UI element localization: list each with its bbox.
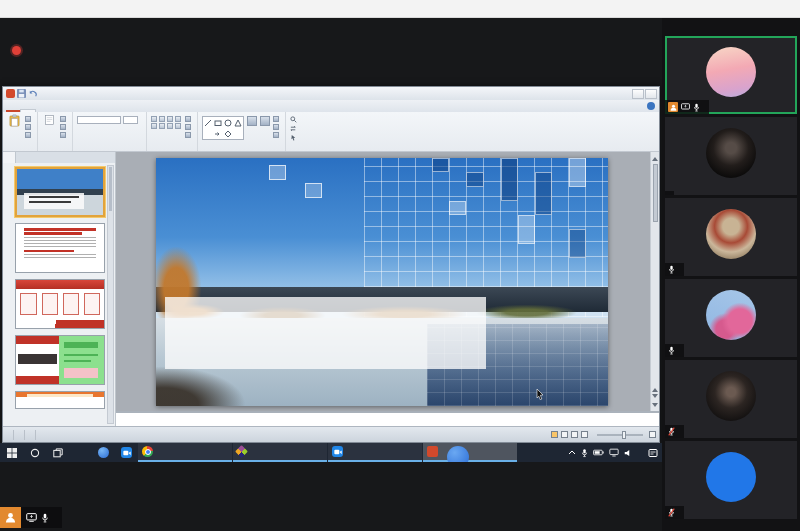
zoom-slider[interactable] xyxy=(597,434,643,436)
paste-button[interactable] xyxy=(7,114,22,128)
participant-tile[interactable] xyxy=(665,441,797,519)
pinned-app-button[interactable] xyxy=(92,443,115,462)
avatar xyxy=(706,290,756,340)
section-button[interactable] xyxy=(60,132,68,138)
zoom-slider-thumb[interactable] xyxy=(622,431,626,439)
slide-thumbnail-2[interactable] xyxy=(5,223,105,273)
replace-button[interactable] xyxy=(290,125,299,132)
taskbar-app-centos[interactable] xyxy=(233,443,327,462)
smartart-button[interactable] xyxy=(185,132,193,138)
slide-thumbnail-4[interactable] xyxy=(5,335,105,385)
align-text-button[interactable] xyxy=(185,124,193,130)
ppt-maximize-icon[interactable] xyxy=(632,89,644,99)
scroll-down-icon[interactable] xyxy=(652,403,658,410)
floating-ball[interactable] xyxy=(447,446,469,462)
font-size-box[interactable] xyxy=(123,116,138,124)
save-icon[interactable] xyxy=(17,89,26,98)
hidden-icons-chevron-icon[interactable] xyxy=(568,450,576,455)
scroll-up-icon[interactable] xyxy=(652,154,658,161)
scrollbar-thumb[interactable] xyxy=(653,164,658,222)
decor xyxy=(535,172,552,215)
panel-scrollbar[interactable] xyxy=(107,165,114,424)
taskbar-app-meeting[interactable] xyxy=(328,443,422,462)
ribbon-group-editing xyxy=(286,112,303,151)
slide-scrollbar[interactable] xyxy=(650,152,659,411)
slide-thumbnail-5[interactable] xyxy=(5,391,105,409)
previous-slide-icon[interactable] xyxy=(652,385,658,392)
thumb-image-3[interactable] xyxy=(15,279,105,329)
cut-button[interactable] xyxy=(25,116,33,122)
undo-icon[interactable] xyxy=(28,90,37,98)
start-button[interactable] xyxy=(0,443,23,462)
select-button[interactable] xyxy=(290,134,299,141)
taskbar-app-chrome[interactable] xyxy=(138,443,232,462)
meeting-pinned-button[interactable] xyxy=(115,443,138,462)
slide-sorter-view-icon[interactable] xyxy=(561,431,568,438)
thumb-image-5[interactable] xyxy=(15,391,105,409)
decor xyxy=(64,360,90,362)
reading-view-icon[interactable] xyxy=(571,431,578,438)
minimize-icon[interactable] xyxy=(748,2,762,16)
layout-button[interactable] xyxy=(60,116,68,122)
panel-tab-slides[interactable] xyxy=(3,152,16,163)
help-icon[interactable] xyxy=(647,102,655,110)
participant-tile-sharing[interactable] xyxy=(665,36,797,114)
maximize-icon[interactable] xyxy=(764,2,778,16)
quick-styles-button[interactable] xyxy=(260,114,270,127)
decor xyxy=(432,158,449,172)
paragraph-buttons-grid[interactable] xyxy=(151,114,182,129)
thumb-number xyxy=(5,279,13,329)
panel-tab-outline[interactable] xyxy=(16,152,28,163)
shape-fill-button[interactable] xyxy=(273,116,281,122)
slide-title-block[interactable] xyxy=(165,297,486,369)
participant-tile[interactable] xyxy=(665,360,797,438)
participant-tile[interactable] xyxy=(665,279,797,357)
volume-icon[interactable] xyxy=(624,449,633,457)
arrange-icon xyxy=(247,116,257,126)
slide-thumbnail-1[interactable] xyxy=(5,167,105,217)
display-icon[interactable] xyxy=(609,448,619,457)
font-name-box[interactable] xyxy=(77,116,121,124)
participant-tile[interactable] xyxy=(665,198,797,276)
arrange-button[interactable] xyxy=(247,114,257,127)
fit-to-window-icon[interactable] xyxy=(649,431,656,438)
edge-button[interactable] xyxy=(69,443,92,462)
decor xyxy=(64,354,97,356)
search-button[interactable] xyxy=(23,443,46,462)
close-icon[interactable] xyxy=(780,2,794,16)
shapes-gallery[interactable] xyxy=(202,116,244,140)
find-button[interactable] xyxy=(290,116,299,123)
slide-canvas[interactable] xyxy=(156,158,608,406)
slideshow-view-icon[interactable] xyxy=(581,431,588,438)
mic-icon xyxy=(693,103,700,112)
normal-view-icon[interactable] xyxy=(551,431,558,438)
ribbon-group-font xyxy=(73,112,147,151)
copy-button[interactable] xyxy=(25,124,33,130)
task-view-button[interactable] xyxy=(46,443,69,462)
participant-tile[interactable] xyxy=(665,117,797,195)
notes-pane[interactable] xyxy=(116,411,659,426)
battery-icon[interactable] xyxy=(593,449,604,456)
decor xyxy=(24,228,96,231)
mic-icon xyxy=(668,265,675,274)
panel-tabs xyxy=(3,152,115,163)
new-slide-button[interactable] xyxy=(42,114,57,127)
slide-thumbnail-3[interactable] xyxy=(5,279,105,329)
thumb-image-4[interactable] xyxy=(15,335,105,385)
next-slide-icon[interactable] xyxy=(652,394,658,401)
taskbar-app-powerpoint[interactable] xyxy=(423,443,517,462)
ppt-close-icon[interactable] xyxy=(645,89,657,99)
ribbon-group-slides xyxy=(38,112,73,151)
shape-outline-button[interactable] xyxy=(273,124,281,130)
thumb-image-1[interactable] xyxy=(15,167,105,217)
panel-scrollbar-thumb[interactable] xyxy=(109,167,112,211)
tray-mic-icon[interactable] xyxy=(581,448,588,458)
format-painter-button[interactable] xyxy=(25,132,33,138)
shape-effects-button[interactable] xyxy=(273,132,281,138)
thumb-image-2[interactable] xyxy=(15,223,105,273)
text-direction-button[interactable] xyxy=(185,116,193,122)
panel-close-icon[interactable] xyxy=(107,152,115,163)
reset-button[interactable] xyxy=(60,124,68,130)
cortana-icon xyxy=(30,448,40,458)
action-center-icon[interactable] xyxy=(648,448,658,458)
